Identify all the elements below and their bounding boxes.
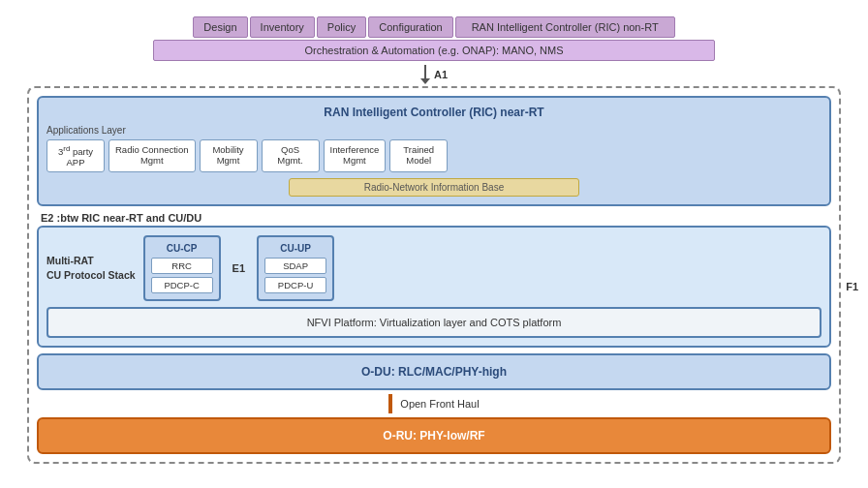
cu-row: Multi-RATCU Protocol Stack CU-CP RRC PDC…: [46, 235, 822, 301]
a1-arrow: [420, 65, 430, 84]
a1-label: A1: [434, 69, 448, 80]
configuration-tab[interactable]: Configuration: [368, 16, 452, 38]
cu-du-section: Multi-RATCU Protocol Stack CU-CP RRC PDC…: [37, 226, 831, 348]
nfvi-box: NFVI Platform: Virtualization layer and …: [46, 307, 822, 338]
orchestration-section: Design Inventory Policy Configuration RA…: [27, 16, 841, 61]
design-tab[interactable]: Design: [193, 16, 247, 38]
policy-tab[interactable]: Policy: [317, 16, 366, 38]
apps-layer-label: Applications Layer: [46, 125, 822, 136]
cu-cp-box: CU-CP RRC PDCP-C: [143, 235, 221, 301]
ric-non-rt-tab[interactable]: RAN Intelligent Controller (RIC) non-RT: [455, 16, 675, 38]
orch-tabs: Design Inventory Policy Configuration RA…: [193, 16, 674, 38]
apps-row: 3rd partyAPP Radio ConnectionMgmt Mobili…: [46, 139, 822, 172]
orchestration-bar: Orchestration & Automation (e.g. ONAP): …: [153, 40, 715, 61]
ric-near-rt-box: RAN Intelligent Controller (RIC) near-RT…: [37, 96, 831, 206]
a1-section: A1: [27, 65, 841, 84]
app-interference: InterferenceMgmt: [324, 139, 387, 172]
multi-rat-label: Multi-RATCU Protocol Stack: [46, 235, 136, 301]
app-qos: QoSMgmt.: [262, 139, 320, 172]
odu-box: O-DU: RLC/MAC/PHY-high: [37, 353, 831, 390]
app-trained-model: TrainedModel: [389, 139, 448, 172]
e2-label: E2 :btw RIC near-RT and CU/DU: [41, 212, 831, 224]
cu-up-title: CU-UP: [264, 243, 326, 254]
pdcp-c-box: PDCP-C: [151, 277, 213, 293]
app-mobility: MobilityMgmt: [200, 139, 258, 172]
front-haul-section: Open Front Haul: [37, 394, 831, 413]
oru-box: O-RU: PHY-low/RF: [37, 417, 831, 454]
inventory-tab[interactable]: Inventory: [250, 16, 315, 38]
cu-up-box: CU-UP SDAP PDCP-U: [257, 235, 334, 301]
cu-cp-title: CU-CP: [151, 243, 213, 254]
sdap-box: SDAP: [264, 258, 326, 274]
front-haul-label: Open Front Haul: [400, 398, 479, 410]
ric-title: RAN Intelligent Controller (RIC) near-RT: [46, 106, 822, 119]
outer-dashed-box: RAN Intelligent Controller (RIC) near-RT…: [27, 86, 841, 464]
pdcp-u-box: PDCP-U: [264, 277, 326, 293]
app-radio-conn: Radio ConnectionMgmt: [108, 139, 196, 172]
f1-label: F1: [846, 281, 858, 292]
cu-du-wrapper: Multi-RATCU Protocol Stack CU-CP RRC PDC…: [37, 226, 831, 348]
app-3rd-party: 3rd partyAPP: [46, 139, 105, 172]
front-haul-bar: [388, 394, 392, 413]
e1-label: E1: [229, 235, 249, 301]
radio-net-bar: Radio-Network Information Base: [289, 178, 579, 197]
rrc-box: RRC: [151, 258, 213, 274]
